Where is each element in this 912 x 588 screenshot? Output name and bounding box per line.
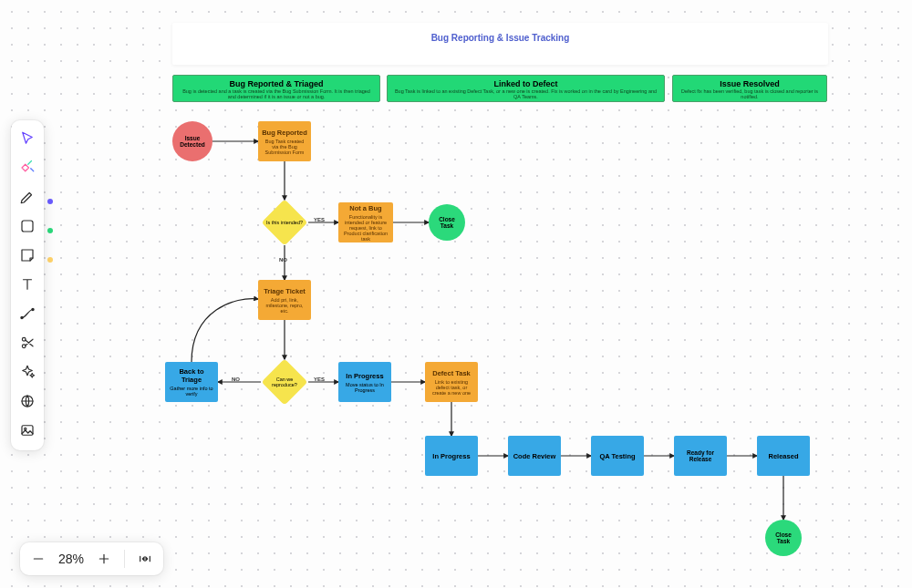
tool-shape-color-dot [47, 228, 53, 233]
node-qa-testing-title: QA Testing [599, 452, 635, 460]
svg-rect-0 [22, 221, 33, 232]
node-not-a-bug-title: Not a Bug [349, 204, 381, 212]
node-can-reproduce-label: Can we reproduce? [264, 377, 305, 387]
node-code-review-title: Code Review [513, 452, 556, 460]
tool-select[interactable] [15, 126, 40, 151]
node-in-progress-1-sub: Move status to In Progress [342, 382, 388, 393]
group-header-3[interactable]: Issue Resolved Defect fix has been verif… [672, 75, 827, 102]
group-header-3-sub: Defect fix has been verified, bug task i… [679, 88, 821, 99]
group-header-1-title: Bug Reported & Triaged [179, 79, 374, 88]
group-header-2[interactable]: Linked to Defect Bug Task is linked to a… [387, 75, 665, 102]
group-header-1[interactable]: Bug Reported & Triaged Bug is detected a… [172, 75, 380, 102]
tool-globe[interactable] [15, 388, 40, 414]
edge-label-no-2: NO [232, 377, 240, 383]
node-defect-task-title: Defect Task [432, 369, 471, 377]
tool-text[interactable] [15, 272, 40, 297]
edge-label-no-1: NO [279, 257, 287, 263]
node-defect-task-sub: Link to existing defect task, or create … [429, 379, 474, 396]
tool-magic[interactable] [15, 155, 40, 181]
node-released-title: Released [769, 452, 799, 460]
zoom-level[interactable]: 28% [58, 552, 84, 566]
node-bug-reported-title: Bug Reported [262, 129, 307, 137]
group-header-3-title: Issue Resolved [679, 79, 821, 88]
zoom-fit-button[interactable] [138, 552, 152, 566]
node-close-task-2-label: Close Task [769, 531, 798, 544]
node-triage-ticket-title: Triage Ticket [264, 287, 306, 295]
svg-point-7 [25, 428, 26, 429]
title-card [172, 23, 828, 65]
tool-sticky-color-dot [47, 257, 53, 263]
node-decision-intended-label: Is this intended? [266, 220, 303, 225]
canvas[interactable]: Bug Reporting & Issue Tracking Bug Repor… [0, 0, 912, 588]
tool-pen[interactable] [15, 184, 40, 210]
toolbar [11, 120, 44, 450]
tool-pen-color-dot [47, 199, 53, 204]
tool-scissors[interactable] [15, 330, 40, 356]
tool-connector[interactable] [15, 301, 40, 326]
edge-label-yes-2: YES [314, 377, 325, 383]
zoom-out-button[interactable] [31, 552, 46, 566]
zoom-in-button[interactable] [97, 552, 111, 566]
node-issue-detected-label: Issue Detected [176, 135, 209, 148]
tool-sticky[interactable] [15, 242, 40, 268]
node-ready-release-title: Ready for Release [678, 449, 723, 462]
page-title: Bug Reporting & Issue Tracking [172, 33, 828, 44]
node-in-progress-1-title: In Progress [346, 372, 383, 380]
node-bug-reported-sub: Bug Task created via the Bug Submission … [262, 139, 307, 155]
group-header-2-title: Linked to Defect [393, 79, 658, 88]
node-triage-ticket-sub: Add pri, link, milestone, repro, etc. [262, 297, 307, 314]
tool-sparkle[interactable] [15, 359, 40, 385]
zoom-divider [124, 550, 125, 568]
svg-point-2 [32, 308, 34, 310]
svg-point-1 [21, 316, 23, 318]
node-back-to-triage-sub: Gather more info to verify [169, 386, 214, 397]
node-in-progress-2-title: In Progress [432, 452, 470, 460]
tool-image[interactable] [15, 418, 40, 443]
zoom-bar: 28% [20, 542, 163, 575]
node-close-task-1-label: Close Task [432, 216, 461, 229]
svg-rect-6 [22, 426, 33, 436]
group-header-1-sub: Bug is detected and a task is created vi… [179, 88, 374, 99]
node-back-to-triage-title: Back to Triage [169, 367, 214, 384]
group-header-2-sub: Bug Task is linked to an existing Defect… [393, 88, 658, 99]
edge-label-yes-1: YES [314, 217, 325, 223]
node-not-a-bug-sub: Functionality is intended or feature req… [342, 214, 389, 242]
tool-shape[interactable] [15, 213, 40, 239]
